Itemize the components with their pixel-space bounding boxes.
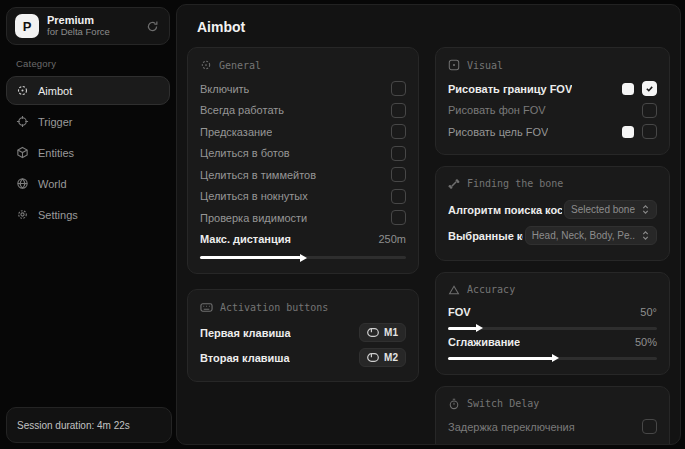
fov-slider[interactable] xyxy=(448,327,657,330)
bone-algorithm-dropdown[interactable]: Selected bone xyxy=(564,200,657,219)
activation-card: Activation buttons Первая клавиша M1 Вто… xyxy=(187,289,419,382)
session-card: Session duration: 4m 22s xyxy=(6,407,172,443)
accuracy-card: Accuracy FOV 50° Сглаживание 50% xyxy=(435,272,670,375)
fov-target-color-swatch[interactable] xyxy=(622,126,634,138)
sidebar-item-label: World xyxy=(38,178,67,190)
always-work-checkbox[interactable] xyxy=(391,103,406,118)
bone-title-row: Finding the bone xyxy=(448,176,657,192)
crosshair-icon xyxy=(16,84,29,97)
switch-delay-ms-row: Задержка переключения (мс) 1000 ms xyxy=(448,439,657,446)
enable-checkbox[interactable] xyxy=(391,81,406,96)
session-duration: Session duration: 4m 22s xyxy=(17,420,130,431)
sidebar-item-entities[interactable]: Entities xyxy=(6,138,170,167)
slider-fill xyxy=(448,327,477,330)
visual-label: Рисовать фон FOV xyxy=(448,104,546,116)
scan-icon xyxy=(200,59,212,71)
fov-border-checkbox[interactable] xyxy=(642,81,657,96)
fov-target-checkbox[interactable] xyxy=(642,124,657,139)
switch-delay-ms-value: 1000 ms xyxy=(615,442,657,446)
section-title: General xyxy=(219,60,261,71)
refresh-icon[interactable] xyxy=(144,18,161,35)
check-icon xyxy=(645,84,654,93)
target-bots-checkbox[interactable] xyxy=(391,146,406,161)
columns: General Включить Всегда работать Предска… xyxy=(177,35,680,445)
globe-icon xyxy=(16,177,29,190)
brand-text: Premium for Delta Force xyxy=(47,14,136,38)
bone-row: Выбранные кос Head, Neck, Body, Pe.. xyxy=(448,223,657,249)
toggle-label: Целиться в ботов xyxy=(200,147,290,159)
chevrons-up-down-icon xyxy=(641,204,650,215)
toggle-row: Всегда работать xyxy=(200,100,406,122)
bone-row: Алгоритм поиска кост Selected bone xyxy=(448,197,657,223)
section-title: Activation buttons xyxy=(220,302,328,313)
visual-label: Рисовать границу FOV xyxy=(448,83,572,95)
sidebar-item-label: Entities xyxy=(38,147,74,159)
switch-delay-ms-label: Задержка переключения (мс) xyxy=(448,442,607,446)
visual-row: Рисовать цель FOV xyxy=(448,121,657,143)
sidebar-item-label: Trigger xyxy=(38,116,72,128)
trigger-icon xyxy=(16,115,29,128)
keybind-value: M2 xyxy=(384,352,398,363)
second-key-button[interactable]: M2 xyxy=(359,348,406,367)
visual-controls xyxy=(642,103,657,118)
toggle-row: Предсказание xyxy=(200,121,406,143)
sidebar-item-world[interactable]: World xyxy=(6,169,170,198)
sidebar-item-settings[interactable]: Settings xyxy=(6,200,170,229)
main-panel: Aimbot General Включить Всегда работать xyxy=(176,4,681,445)
switch-delay-checkbox[interactable] xyxy=(642,419,657,434)
switch-delay-toggle-row: Задержка переключения xyxy=(448,417,657,437)
fov-border-color-swatch[interactable] xyxy=(622,83,634,95)
keyboard-icon xyxy=(200,302,213,313)
max-distance-value: 250m xyxy=(378,233,406,245)
mouse-icon xyxy=(367,328,379,337)
mouse-icon xyxy=(367,353,379,362)
visual-label: Рисовать цель FOV xyxy=(448,126,548,138)
toggle-label: Всегда работать xyxy=(200,104,284,116)
bone-icon xyxy=(448,178,460,190)
selected-bones-dropdown[interactable]: Head, Neck, Body, Pe.. xyxy=(525,226,657,245)
category-label: Category xyxy=(16,58,172,69)
visual-card: Visual Рисовать границу FOV Рисовать фон… xyxy=(435,47,670,155)
general-title-row: General xyxy=(200,57,406,73)
cube-icon xyxy=(16,146,29,159)
section-title: Switch Delay xyxy=(467,398,539,409)
switch-delay-toggle-label: Задержка переключения xyxy=(448,421,575,433)
sidebar-item-label: Settings xyxy=(38,209,78,221)
gear-icon xyxy=(16,208,29,221)
target-knocked-checkbox[interactable] xyxy=(391,189,406,204)
section-title: Accuracy xyxy=(467,284,515,295)
brand-logo: P xyxy=(15,14,39,38)
fov-value: 50° xyxy=(640,306,657,318)
brand-title: Premium xyxy=(47,14,136,27)
left-column: General Включить Всегда работать Предска… xyxy=(187,47,419,445)
fov-label: FOV xyxy=(448,306,471,318)
target-teammates-checkbox[interactable] xyxy=(391,167,406,182)
toggle-row: Проверка видимости xyxy=(200,207,406,229)
bone-card: Finding the bone Алгоритм поиска кост Se… xyxy=(435,166,670,261)
smoothing-value: 50% xyxy=(635,336,657,348)
dropdown-value: Head, Neck, Body, Pe.. xyxy=(532,230,635,241)
prediction-checkbox[interactable] xyxy=(391,124,406,139)
fov-background-checkbox[interactable] xyxy=(642,103,657,118)
smoothing-slider[interactable] xyxy=(448,357,657,360)
toggle-row: Включить xyxy=(200,78,406,100)
brand-subtitle: for Delta Force xyxy=(47,27,136,38)
sidebar-item-aimbot[interactable]: Aimbot xyxy=(6,76,170,105)
frame-icon xyxy=(448,59,460,71)
sidebar-item-trigger[interactable]: Trigger xyxy=(6,107,170,136)
triangle-icon xyxy=(448,284,460,296)
toggle-label: Предсказание xyxy=(200,126,272,138)
slider-fill xyxy=(448,357,553,360)
general-card: General Включить Всегда работать Предска… xyxy=(187,47,419,274)
selected-bones-label: Выбранные кос xyxy=(448,230,523,242)
first-key-button[interactable]: M1 xyxy=(359,323,406,342)
toggle-label: Включить xyxy=(200,83,249,95)
max-distance-label: Макс. дистанция xyxy=(200,233,291,245)
switch-delay-card: Switch Delay Задержка переключения Задер… xyxy=(435,386,670,446)
smoothing-label: Сглаживание xyxy=(448,336,520,348)
max-distance-slider[interactable] xyxy=(200,256,406,259)
keybind-label: Первая клавиша xyxy=(200,327,291,339)
accuracy-title-row: Accuracy xyxy=(448,282,657,298)
visibility-check-checkbox[interactable] xyxy=(391,210,406,225)
keybind-row: Первая клавиша M1 xyxy=(200,320,406,345)
